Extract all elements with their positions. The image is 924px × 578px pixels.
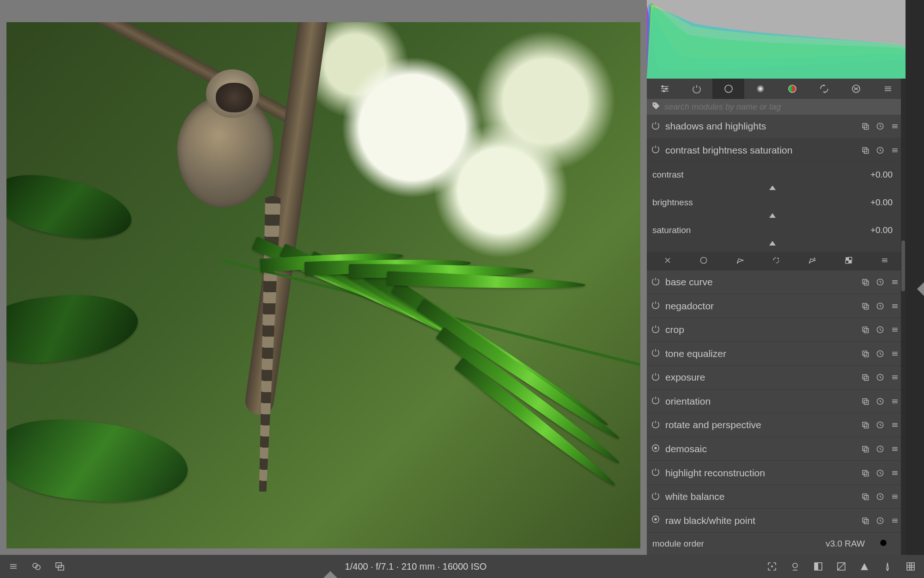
power-icon[interactable]: [650, 276, 661, 289]
module-crop[interactable]: crop: [647, 318, 906, 342]
reset-icon[interactable]: [875, 444, 885, 454]
power-icon[interactable]: [650, 419, 661, 431]
display-transform-icon[interactable]: [811, 561, 825, 572]
module-order-row[interactable]: module order v3.0 RAW: [647, 533, 906, 555]
power-icon[interactable]: [650, 324, 661, 336]
module-base-curve[interactable]: base curve: [647, 271, 906, 295]
iso12646-icon[interactable]: [788, 561, 802, 572]
reset-icon[interactable]: [875, 349, 885, 358]
reset-icon[interactable]: [875, 277, 885, 287]
multi-instance-icon[interactable]: [860, 277, 870, 287]
module-negadoctor[interactable]: negadoctor: [647, 294, 906, 318]
reset-icon[interactable]: [875, 468, 885, 478]
power-always-on-icon[interactable]: [650, 443, 661, 455]
power-icon[interactable]: [650, 300, 661, 312]
reset-icon[interactable]: [875, 325, 885, 334]
multi-instance-icon[interactable]: [860, 516, 870, 525]
tone-group-tab[interactable]: [744, 79, 776, 99]
multi-instance-icon[interactable]: [860, 301, 870, 311]
quick-access-tab[interactable]: [649, 79, 681, 99]
mask-off-icon[interactable]: [663, 256, 672, 267]
power-icon[interactable]: [650, 144, 661, 156]
histogram[interactable]: [647, 0, 906, 79]
preset-menu-icon[interactable]: [890, 492, 900, 501]
multi-instance-icon[interactable]: [860, 122, 870, 131]
module-exposure[interactable]: exposure: [647, 366, 906, 390]
power-always-on-icon[interactable]: [650, 514, 661, 527]
reset-icon[interactable]: [875, 420, 885, 430]
second-window-icon[interactable]: [53, 561, 67, 572]
reset-icon[interactable]: [875, 397, 885, 406]
power-icon[interactable]: [650, 371, 661, 384]
power-icon[interactable]: [650, 491, 661, 503]
preset-menu-icon[interactable]: [891, 538, 900, 550]
search-input[interactable]: [664, 102, 901, 112]
focus-peaking-icon[interactable]: [765, 561, 779, 572]
saturation-slider[interactable]: saturation +0.00: [652, 220, 893, 241]
multi-instance-icon[interactable]: [860, 420, 870, 430]
mask-parametric-icon[interactable]: [772, 256, 781, 267]
presets-menu-tab[interactable]: [872, 79, 904, 99]
reset-icon[interactable]: [875, 122, 885, 131]
correct-group-tab[interactable]: [808, 79, 840, 99]
preset-menu-icon[interactable]: [890, 373, 900, 382]
preset-menu-icon[interactable]: [890, 516, 900, 525]
effect-group-tab[interactable]: [840, 79, 872, 99]
slider-caret-icon[interactable]: [769, 213, 776, 218]
reset-icon[interactable]: [875, 373, 885, 382]
module-demosaic[interactable]: demosaic: [647, 437, 906, 461]
guides-icon[interactable]: [904, 561, 918, 572]
mask-combined-icon[interactable]: [808, 256, 817, 267]
preset-menu-icon[interactable]: [890, 397, 900, 406]
mask-uniform-icon[interactable]: [699, 256, 708, 267]
raw-overexposed-icon[interactable]: [857, 561, 871, 572]
multi-instance-icon[interactable]: [860, 325, 870, 334]
power-icon[interactable]: [650, 120, 661, 133]
module-rotate-perspective[interactable]: rotate and perspective: [647, 413, 906, 437]
module-shadows-highlights[interactable]: shadows and highlights: [647, 115, 906, 139]
module-highlight-reconstruction[interactable]: highlight reconstruction: [647, 461, 906, 485]
main-image[interactable]: [6, 22, 640, 548]
base-group-tab[interactable]: [712, 79, 744, 99]
multi-instance-icon[interactable]: [860, 444, 870, 454]
module-raw-black-white-point[interactable]: raw black/white point: [647, 509, 906, 533]
multi-instance-icon[interactable]: [860, 373, 870, 382]
contrast-slider[interactable]: contrast +0.00: [652, 164, 893, 185]
preset-menu-icon[interactable]: [890, 325, 900, 334]
color-group-tab[interactable]: [776, 79, 808, 99]
module-orientation[interactable]: orientation: [647, 390, 906, 414]
preset-menu-icon[interactable]: [890, 420, 900, 430]
module-white-balance[interactable]: white balance: [647, 485, 906, 509]
power-icon[interactable]: [650, 347, 661, 360]
reset-icon[interactable]: [879, 538, 888, 550]
preset-menu-icon[interactable]: [890, 301, 900, 311]
quick-presets-icon[interactable]: [6, 561, 20, 572]
overexposed-icon[interactable]: [834, 561, 848, 572]
mask-raster-icon[interactable]: [844, 256, 853, 267]
preset-menu-icon[interactable]: [890, 122, 900, 131]
preset-menu-icon[interactable]: [890, 444, 900, 454]
blend-menu-icon[interactable]: [880, 256, 889, 267]
slider-caret-icon[interactable]: [769, 185, 776, 190]
collapse-right-handle[interactable]: [917, 282, 924, 296]
reset-icon[interactable]: [875, 516, 885, 525]
preset-menu-icon[interactable]: [890, 349, 900, 358]
multi-instance-icon[interactable]: [860, 146, 870, 155]
preset-menu-icon[interactable]: [890, 468, 900, 478]
module-contrast-brightness-saturation[interactable]: contrast brightness saturation: [647, 139, 906, 163]
multi-instance-icon[interactable]: [860, 397, 870, 406]
active-modules-tab[interactable]: [681, 79, 712, 99]
module-tone-equalizer[interactable]: tone equalizer: [647, 342, 906, 366]
gamut-check-icon[interactable]: [881, 561, 894, 572]
reset-icon[interactable]: [875, 301, 885, 311]
power-icon[interactable]: [650, 395, 661, 407]
multi-instance-icon[interactable]: [860, 468, 870, 478]
reset-icon[interactable]: [875, 492, 885, 501]
preset-menu-icon[interactable]: [890, 277, 900, 287]
panel-scrollbar[interactable]: [901, 79, 906, 555]
power-icon[interactable]: [650, 467, 661, 479]
multi-instance-icon[interactable]: [860, 492, 870, 501]
styles-icon[interactable]: [30, 561, 43, 572]
scrollbar-thumb[interactable]: [901, 240, 905, 291]
reset-icon[interactable]: [875, 146, 885, 155]
